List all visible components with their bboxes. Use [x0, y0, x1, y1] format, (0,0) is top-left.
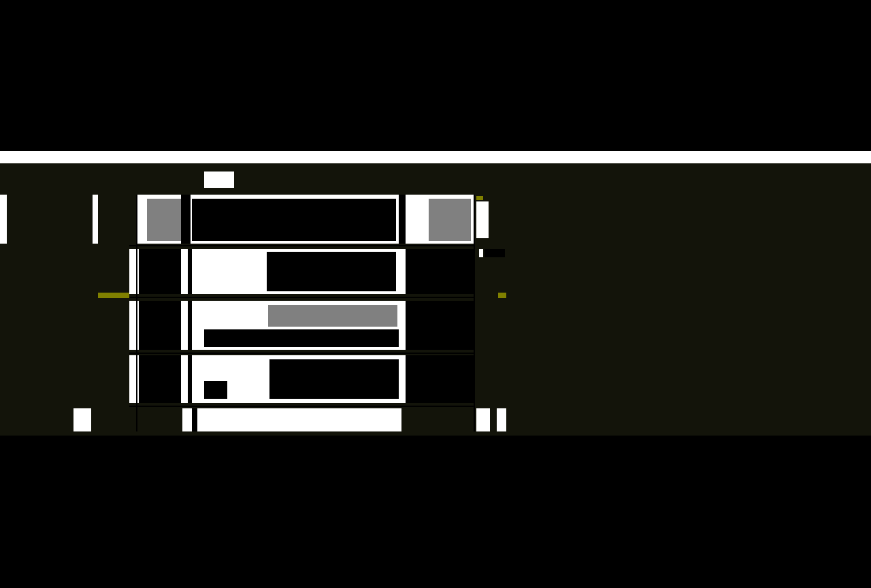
row1-gray-left — [147, 199, 181, 241]
glitch-composition — [0, 0, 871, 588]
row1-sep-a — [181, 195, 191, 244]
top-band — [0, 0, 871, 151]
row1-left-shoulder — [0, 195, 7, 244]
row3-underline — [129, 353, 475, 354]
frame-left-line — [136, 195, 137, 431]
row3-sep — [188, 301, 192, 350]
row1-body — [192, 199, 396, 241]
row5-right — [476, 408, 490, 431]
frame-right-line — [474, 195, 475, 431]
olive-accent-left — [98, 293, 129, 298]
row2-tick-b — [484, 249, 505, 257]
row1-tail — [476, 201, 489, 238]
row2-body — [267, 252, 396, 291]
row2-sep — [188, 249, 192, 294]
row2-left-gap — [139, 249, 181, 294]
row2-tick-w — [479, 249, 483, 257]
row2-right-gap — [406, 249, 474, 294]
row1-right-olive — [476, 196, 483, 200]
row3-left-gap — [139, 301, 181, 350]
row2-underline — [129, 297, 475, 298]
row5-gap — [192, 408, 197, 431]
row1-notch — [204, 172, 234, 188]
row3-body — [204, 329, 399, 347]
row1-gray-right — [429, 199, 471, 241]
row5-frame — [182, 408, 401, 431]
row5-right2 — [497, 408, 506, 431]
row5-left — [73, 408, 91, 431]
row1-left2 — [93, 195, 98, 244]
row4-right-gap — [406, 355, 474, 403]
row1-underline — [129, 245, 475, 246]
row3-gray — [268, 305, 397, 327]
row4-body — [269, 359, 399, 399]
row4-underline — [129, 406, 475, 407]
row4-left-gap — [139, 355, 181, 403]
row4-dot — [204, 381, 227, 399]
row3-right-gap — [406, 301, 474, 350]
bottom-band — [0, 436, 871, 588]
row1-sep-b — [399, 195, 406, 244]
white-panel — [0, 151, 871, 163]
row4-sep — [188, 355, 192, 403]
olive-accent-right — [498, 293, 506, 298]
